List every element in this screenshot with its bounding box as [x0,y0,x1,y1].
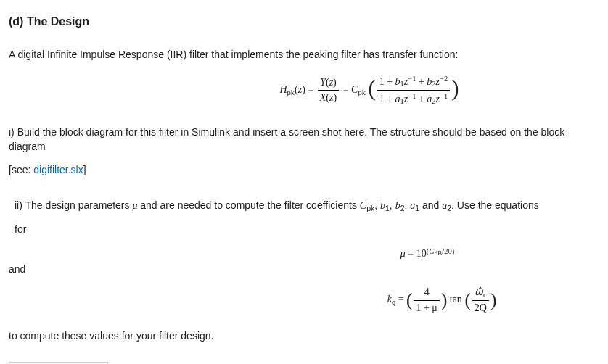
transfer-function-equation: Hpk(z) = Y(z) X(z) = Cpk ( 1 + b1z−1 + b… [9,73,599,107]
for-label: for [15,222,599,236]
part-ii-leading: ii) The design parameters μ and are need… [15,198,599,214]
and-label: and [9,262,599,276]
digifilter-link[interactable]: digifilter.slx [33,164,83,175]
part-i-see-line: [see: digifilter.slx] [9,162,599,177]
mu-equation: μ = 10(GdB/20) [9,246,599,262]
part-i-text: i) Build the block diagram for this filt… [9,125,599,154]
kq-equation: kq = ( 4 1 + μ ) tan ( ω̂c 2Q ) [9,285,599,315]
closing-line: to compute these values for your filter … [9,328,599,343]
intro-paragraph: A digital Infinite Impulse Response (IIR… [9,47,599,62]
section-header: (d) The Design [9,13,599,30]
